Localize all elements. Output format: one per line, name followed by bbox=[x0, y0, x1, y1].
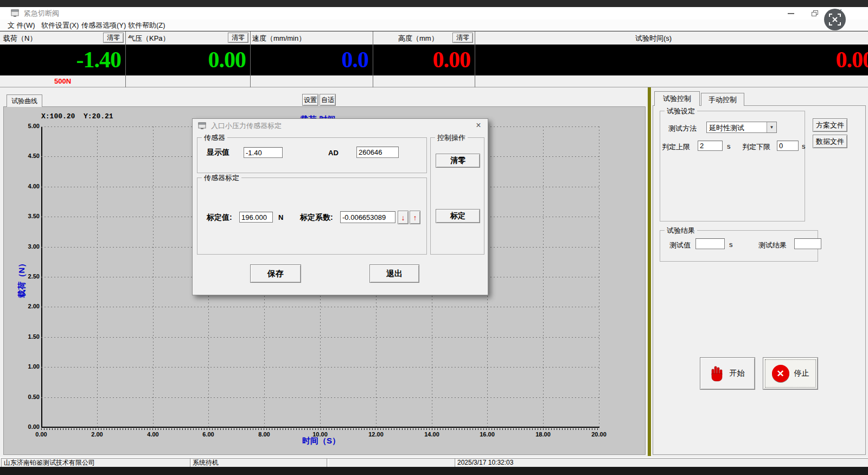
y-tick-label: 0.00 bbox=[17, 423, 40, 430]
readout-pressure: 气压（KPa） 清零 0.00 bbox=[126, 31, 251, 87]
load-range: 500N bbox=[0, 75, 125, 87]
exit-button[interactable]: 退出 bbox=[369, 264, 419, 283]
stop-icon: ✕ bbox=[772, 365, 789, 382]
y-tick-label: 0.50 bbox=[17, 394, 40, 401]
status-spare bbox=[327, 458, 457, 467]
cursor-coordinates: X:100.20 Y:20.21 bbox=[41, 112, 113, 121]
chart-settings-button[interactable]: 设置 bbox=[302, 94, 318, 106]
coefficient-increase-button[interactable]: ↑ bbox=[410, 211, 420, 224]
hand-icon bbox=[711, 365, 725, 382]
dialog-zero-button[interactable]: 清零 bbox=[436, 154, 480, 168]
chart-autofit-button[interactable]: 自适 bbox=[320, 94, 336, 106]
scheme-file-button[interactable]: 方案文件 bbox=[813, 118, 847, 132]
chevron-down-icon[interactable]: ▼ bbox=[767, 122, 776, 132]
data-file-button[interactable]: 数据文件 bbox=[813, 135, 847, 148]
stop-button[interactable]: ✕ 停止 bbox=[763, 357, 818, 390]
readout-label: 高度（mm） bbox=[398, 34, 438, 43]
x-tick-label: 6.00 bbox=[196, 431, 220, 438]
test-result-label: 测试结果 bbox=[758, 241, 787, 249]
panel-splitter[interactable] bbox=[647, 87, 652, 456]
start-button[interactable]: 开始 bbox=[700, 357, 755, 390]
test-method-label: 测试方法 bbox=[668, 124, 697, 132]
test-method-dropdown[interactable]: 延时性测试 ▼ bbox=[706, 122, 777, 133]
screenshot-overlay-badge[interactable] bbox=[824, 9, 846, 30]
stop-button-label: 停止 bbox=[794, 369, 809, 378]
desktop-edge bbox=[0, 0, 868, 7]
calibration-value-input[interactable] bbox=[239, 212, 273, 223]
pressure-value: 0.00 bbox=[208, 45, 246, 75]
readout-sub bbox=[373, 75, 475, 87]
lower-limit-unit: s bbox=[802, 142, 806, 150]
readout-speed: 速度（mm/min） 0.0 bbox=[251, 31, 373, 87]
test-time-value: 0.00 bbox=[836, 45, 868, 75]
coefficient-decrease-button[interactable]: ↓ bbox=[398, 211, 409, 224]
dialog-title: 入口小压力传感器标定 bbox=[211, 119, 282, 133]
dialog-icon bbox=[198, 122, 207, 130]
status-datetime: 2025/3/17 10:32:03 bbox=[455, 458, 868, 467]
start-button-label: 开始 bbox=[730, 369, 745, 378]
save-button[interactable]: 保存 bbox=[250, 264, 301, 283]
group-legend: 试验设定 bbox=[665, 107, 697, 115]
restore-button[interactable] bbox=[804, 7, 826, 20]
test-value-input[interactable] bbox=[695, 238, 725, 249]
y-tick-label: 2.50 bbox=[17, 273, 40, 280]
dialog-close-icon[interactable]: × bbox=[474, 119, 483, 133]
restore-icon bbox=[812, 10, 819, 17]
y-tick-label: 3.00 bbox=[17, 243, 40, 250]
lower-limit-label: 判定下限 bbox=[742, 143, 770, 151]
readout-height: 高度（mm） 清零 0.00 bbox=[373, 31, 475, 87]
x-tick-label: 0.00 bbox=[29, 431, 53, 438]
readout-label: 气压（KPa） bbox=[128, 34, 170, 43]
minimize-icon bbox=[788, 13, 794, 14]
minimize-button[interactable] bbox=[780, 7, 802, 20]
window-title: 紧急切断阀 bbox=[24, 7, 59, 20]
screenshot-frame-icon bbox=[829, 14, 841, 26]
menu-settings[interactable]: 软件设置(X) bbox=[39, 20, 81, 31]
status-company: 山东济南铂鉴测试技术有限公司 bbox=[1, 458, 192, 467]
y-tick-label: 1.50 bbox=[17, 333, 40, 340]
status-system-state: 系统待机 bbox=[190, 458, 329, 467]
tab-test-curve[interactable]: 试验曲线 bbox=[7, 94, 42, 107]
calibration-value-label: 标定值: bbox=[207, 213, 232, 221]
coefficient-label: 标定系数: bbox=[300, 213, 333, 221]
readout-sub bbox=[251, 75, 373, 87]
menu-file[interactable]: 文 件(W) bbox=[5, 20, 37, 31]
test-value-unit: s bbox=[729, 240, 733, 249]
menu-sensor-options[interactable]: 传感器选项(Y) bbox=[79, 20, 128, 31]
menu-help[interactable]: 软件帮助(Z) bbox=[126, 20, 168, 31]
x-tick-label: 2.00 bbox=[85, 431, 109, 438]
y-tick-label: 5.00 bbox=[17, 123, 40, 130]
group-legend: 控制操作 bbox=[435, 134, 468, 142]
group-legend: 试验结果 bbox=[665, 226, 697, 235]
readout-load: 载荷（N） 清零 -1.40 500N bbox=[0, 31, 126, 87]
x-tick-label: 14.00 bbox=[420, 431, 444, 438]
zero-height-button[interactable]: 清零 bbox=[452, 33, 473, 43]
tab-test-control[interactable]: 试验控制 bbox=[654, 91, 700, 106]
x-tick-label: 8.00 bbox=[252, 431, 276, 438]
group-legend: 传感器 bbox=[202, 134, 227, 142]
readout-label: 载荷（N） bbox=[3, 34, 36, 43]
x-axis-minor-ticks bbox=[41, 428, 599, 430]
zero-pressure-button[interactable]: 清零 bbox=[228, 33, 248, 43]
y-tick-label: 2.00 bbox=[17, 303, 40, 310]
readout-sub bbox=[475, 75, 868, 87]
dialog-calibrate-button[interactable]: 标定 bbox=[436, 209, 480, 223]
speed-value: 0.0 bbox=[342, 45, 369, 75]
ad-value-input[interactable] bbox=[356, 147, 399, 158]
test-result-input[interactable] bbox=[794, 238, 821, 249]
display-value-input[interactable] bbox=[244, 147, 283, 158]
upper-limit-unit: s bbox=[727, 142, 731, 150]
test-method-value: 延时性测试 bbox=[709, 123, 744, 133]
upper-limit-input[interactable] bbox=[698, 141, 723, 151]
zero-load-button[interactable]: 清零 bbox=[103, 33, 124, 43]
title-bar: 紧急切断阀 bbox=[0, 7, 868, 20]
y-tick-label: 1.00 bbox=[17, 363, 40, 370]
tab-manual-control[interactable]: 手动控制 bbox=[701, 93, 744, 106]
ad-label: AD bbox=[328, 149, 339, 157]
dialog-title-bar[interactable]: 入口小压力传感器标定 × bbox=[193, 119, 488, 133]
x-tick-label: 16.00 bbox=[475, 431, 499, 438]
x-tick-label: 12.00 bbox=[364, 431, 388, 438]
coefficient-input[interactable] bbox=[340, 211, 395, 223]
y-tick-label: 4.00 bbox=[17, 183, 40, 190]
lower-limit-input[interactable] bbox=[777, 141, 799, 151]
